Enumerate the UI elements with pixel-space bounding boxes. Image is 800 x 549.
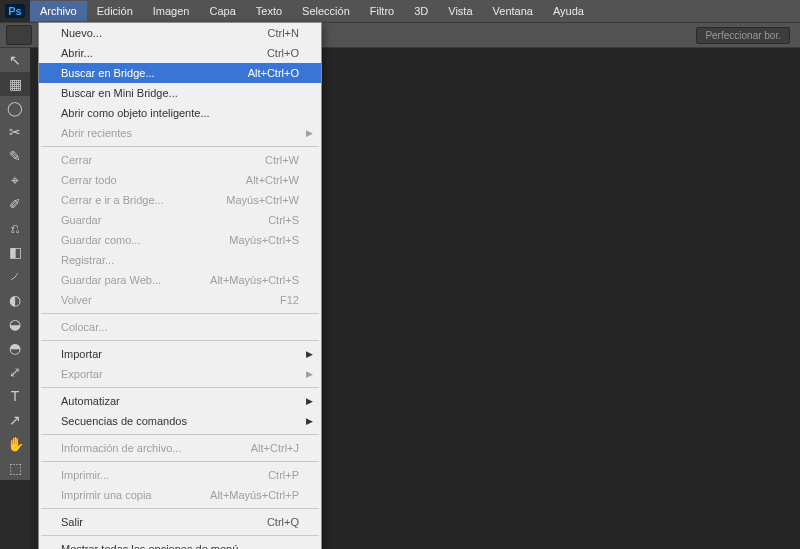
menu-filtro[interactable]: Filtro (360, 1, 404, 21)
menu-item[interactable]: Secuencias de comandos▶ (39, 411, 321, 431)
file-menu-dropdown: Nuevo...Ctrl+NAbrir...Ctrl+OBuscar en Br… (38, 22, 322, 549)
menu-item-label: Guardar para Web... (61, 274, 161, 286)
menu-item: Cerrar todoAlt+Ctrl+W (39, 170, 321, 190)
menu-ayuda[interactable]: Ayuda (543, 1, 594, 21)
menu-item[interactable]: Abrir como objeto inteligente... (39, 103, 321, 123)
tool-button-0[interactable]: ↖ (0, 48, 30, 72)
menu-item-shortcut: Mayús+Ctrl+W (226, 194, 299, 206)
menu-vista[interactable]: Vista (438, 1, 482, 21)
menu-item-label: Exportar (61, 368, 103, 380)
tool-button-5[interactable]: ⌖ (0, 168, 30, 192)
app-window: Ps ArchivoEdiciónImagenCapaTextoSelecció… (0, 0, 800, 549)
submenu-arrow-icon: ▶ (306, 128, 313, 138)
refine-edge-button[interactable]: Perfeccionar bor. (696, 27, 790, 44)
tool-button-9[interactable]: ⟋ (0, 264, 30, 288)
tool-button-14[interactable]: T (0, 384, 30, 408)
tool-button-16[interactable]: ✋ (0, 432, 30, 456)
menu-item-shortcut: Ctrl+O (267, 47, 299, 59)
menu-item-shortcut: Ctrl+P (268, 469, 299, 481)
tool-button-10[interactable]: ◐ (0, 288, 30, 312)
logo-text: Ps (5, 4, 24, 18)
menu-item[interactable]: Buscar en Bridge...Alt+Ctrl+O (39, 63, 321, 83)
tool-button-17[interactable]: ⬚ (0, 456, 30, 480)
menu-item-label: Imprimir una copia (61, 489, 151, 501)
menu-item-label: Volver (61, 294, 92, 306)
menu-item: Guardar para Web...Alt+Mayús+Ctrl+S (39, 270, 321, 290)
menu-separator (41, 387, 319, 388)
tool-button-2[interactable]: ◯ (0, 96, 30, 120)
menu-item-label: Secuencias de comandos (61, 415, 187, 427)
menu-item-shortcut: Alt+Ctrl+J (251, 442, 299, 454)
menu-item-label: Salir (61, 516, 83, 528)
menu-selección[interactable]: Selección (292, 1, 360, 21)
menu-item: CerrarCtrl+W (39, 150, 321, 170)
menu-item[interactable]: Buscar en Mini Bridge... (39, 83, 321, 103)
menu-separator (41, 313, 319, 314)
menu-item-shortcut: Alt+Mayús+Ctrl+S (210, 274, 299, 286)
menu-item[interactable]: Nuevo...Ctrl+N (39, 23, 321, 43)
app-logo: Ps (0, 0, 30, 22)
tool-button-11[interactable]: ◒ (0, 312, 30, 336)
menu-item-label: Abrir recientes (61, 127, 132, 139)
menu-item: Cerrar e ir a Bridge...Mayús+Ctrl+W (39, 190, 321, 210)
menu-item[interactable]: Abrir...Ctrl+O (39, 43, 321, 63)
toolbox: ↖▦◯✂✎⌖✐⎌◧⟋◐◒◓⤢T↗✋⬚ (0, 48, 30, 480)
menu-item-label: Mostrar todas las opciones de menú (61, 543, 238, 549)
menu-item-label: Importar (61, 348, 102, 360)
menu-capa[interactable]: Capa (199, 1, 245, 21)
menu-item: Información de archivo...Alt+Ctrl+J (39, 438, 321, 458)
menu-separator (41, 535, 319, 536)
menu-item: Guardar como...Mayús+Ctrl+S (39, 230, 321, 250)
menu-item-shortcut: Ctrl+N (268, 27, 299, 39)
menu-archivo[interactable]: Archivo (30, 1, 87, 21)
menu-item: Imprimir...Ctrl+P (39, 465, 321, 485)
menu-separator (41, 434, 319, 435)
menu-item-shortcut: Ctrl+W (265, 154, 299, 166)
menu-item[interactable]: Mostrar todas las opciones de menú (39, 539, 321, 549)
submenu-arrow-icon: ▶ (306, 369, 313, 379)
menu-edición[interactable]: Edición (87, 1, 143, 21)
menu-item-label: Información de archivo... (61, 442, 181, 454)
menu-item-label: Buscar en Bridge... (61, 67, 155, 79)
menu-item-label: Colocar... (61, 321, 107, 333)
menu-item: Exportar▶ (39, 364, 321, 384)
menu-item-label: Automatizar (61, 395, 120, 407)
menu-item-label: Guardar (61, 214, 101, 226)
menu-item: Imprimir una copiaAlt+Mayús+Ctrl+P (39, 485, 321, 505)
menu-item-shortcut: Alt+Mayús+Ctrl+P (210, 489, 299, 501)
tool-button-13[interactable]: ⤢ (0, 360, 30, 384)
menu-imagen[interactable]: Imagen (143, 1, 200, 21)
menu-item-shortcut: Ctrl+Q (267, 516, 299, 528)
tool-preset-icon[interactable] (6, 25, 32, 45)
menu-item-shortcut: Alt+Ctrl+W (246, 174, 299, 186)
menu-item[interactable]: SalirCtrl+Q (39, 512, 321, 532)
menu-item[interactable]: Automatizar▶ (39, 391, 321, 411)
menu-item-label: Nuevo... (61, 27, 102, 39)
menu-item-label: Cerrar todo (61, 174, 117, 186)
submenu-arrow-icon: ▶ (306, 396, 313, 406)
menu-item: Registrar... (39, 250, 321, 270)
menu-item[interactable]: Importar▶ (39, 344, 321, 364)
menu-separator (41, 340, 319, 341)
tool-button-4[interactable]: ✎ (0, 144, 30, 168)
tool-button-12[interactable]: ◓ (0, 336, 30, 360)
menu-item: GuardarCtrl+S (39, 210, 321, 230)
menu-ventana[interactable]: Ventana (483, 1, 543, 21)
menu-item-label: Buscar en Mini Bridge... (61, 87, 178, 99)
menu-item-shortcut: Mayús+Ctrl+S (229, 234, 299, 246)
tool-button-8[interactable]: ◧ (0, 240, 30, 264)
menubar: Ps ArchivoEdiciónImagenCapaTextoSelecció… (0, 0, 800, 22)
tool-button-3[interactable]: ✂ (0, 120, 30, 144)
tool-button-6[interactable]: ✐ (0, 192, 30, 216)
menu-texto[interactable]: Texto (246, 1, 292, 21)
tool-button-15[interactable]: ↗ (0, 408, 30, 432)
menu-item-shortcut: Alt+Ctrl+O (248, 67, 299, 79)
menu-item-label: Cerrar (61, 154, 92, 166)
menu-3d[interactable]: 3D (404, 1, 438, 21)
submenu-arrow-icon: ▶ (306, 349, 313, 359)
tool-button-1[interactable]: ▦ (0, 72, 30, 96)
menu-item-shortcut: F12 (280, 294, 299, 306)
tool-button-7[interactable]: ⎌ (0, 216, 30, 240)
submenu-arrow-icon: ▶ (306, 416, 313, 426)
menu-separator (41, 508, 319, 509)
